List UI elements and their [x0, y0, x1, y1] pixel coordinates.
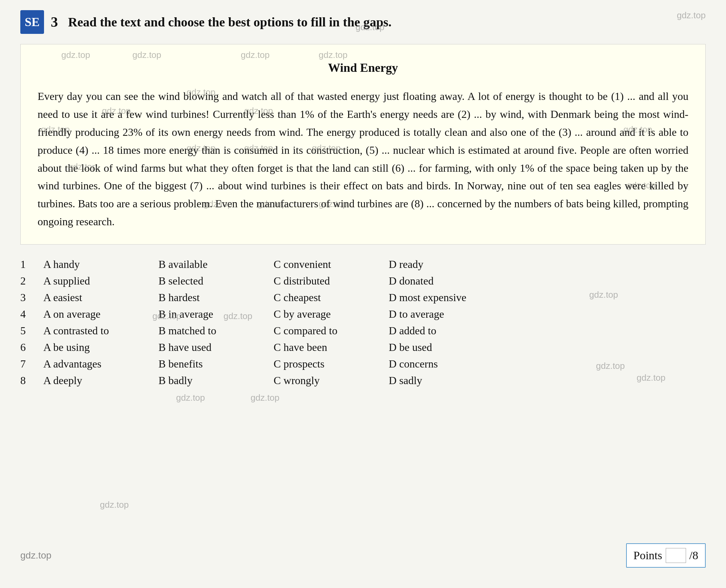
answer-num-5: 5	[20, 324, 41, 337]
answer-row-6: 6 A be using B have used C have been D b…	[20, 341, 706, 354]
answer-row-5: 5 A contrasted to B matched to C compare…	[20, 324, 706, 337]
answer-num-3: 3	[20, 291, 41, 304]
task-instruction: Read the text and choose the best option…	[68, 15, 391, 29]
answer-num-2: 2	[20, 275, 41, 287]
answer-6d: D be used	[386, 341, 508, 354]
wm-bot1: gdz.top	[176, 393, 205, 403]
text-title: Wind Energy	[38, 58, 688, 78]
answer-6c: C have been	[271, 341, 386, 354]
answer-8c: C wrongly	[271, 374, 386, 387]
text-box: gdz.top gdz.top gdz.top gdz.top gdz.top …	[20, 44, 706, 245]
answer-num-6: 6	[20, 341, 41, 354]
answer-2c: C distributed	[271, 275, 386, 287]
answer-row-3: 3 A easiest B hardest C cheapest D most …	[20, 291, 706, 304]
answer-row-2: 2 A supplied B selected C distributed D …	[20, 275, 706, 287]
points-label: Points	[634, 549, 662, 562]
points-denominator: /8	[689, 549, 698, 562]
answers-section: gdz.top gdz.top gdz.top 1 A handy B avai…	[0, 255, 726, 415]
points-box: Points /8	[626, 543, 706, 568]
answer-2d: D donated	[386, 275, 508, 287]
answer-num-7: 7	[20, 358, 41, 370]
text-body: Every day you can see the wind blowing a…	[38, 87, 688, 230]
answer-5a: A contrasted to	[41, 324, 156, 337]
answer-3c: C cheapest	[271, 291, 386, 304]
task-number: 3	[51, 14, 58, 30]
answer-2a: A supplied	[41, 275, 156, 287]
answer-5c: C compared to	[271, 324, 386, 337]
se-badge: SE	[20, 10, 44, 34]
points-input-box	[666, 548, 686, 563]
answer-7c: C prospects	[271, 358, 386, 370]
gdz-bottom-left: gdz.top	[20, 550, 51, 561]
answer-3b: B hardest	[156, 291, 271, 304]
answer-6b: B have used	[156, 341, 271, 354]
page: gdz.top SE 3 Read the text and choose th…	[0, 0, 726, 588]
answer-6a: A be using	[41, 341, 156, 354]
answer-num-8: 8	[20, 374, 41, 387]
answer-num-1: 1	[20, 258, 41, 271]
wm-r8a: gdz.top	[100, 500, 129, 510]
answer-7d: D concerns	[386, 358, 508, 370]
answer-5b: B matched to	[156, 324, 271, 337]
answer-5d: D added to	[386, 324, 508, 337]
answer-8b: B badly	[156, 374, 271, 387]
answer-1a: A handy	[41, 258, 156, 271]
answer-1d: D ready	[386, 258, 508, 271]
answer-4d: D to average	[386, 308, 508, 320]
answer-1c: C convenient	[271, 258, 386, 271]
answer-1b: B available	[156, 258, 271, 271]
answer-row-1: 1 A handy B available C convenient D rea…	[20, 258, 706, 271]
answer-8a: A deeply	[41, 374, 156, 387]
answer-4c: C by average	[271, 308, 386, 320]
answer-2b: B selected	[156, 275, 271, 287]
answer-num-4: 4	[20, 308, 41, 320]
header: SE 3 Read the text and choose the best o…	[0, 0, 726, 41]
answer-8d: D sadly	[386, 374, 508, 387]
answer-7a: A advantages	[41, 358, 156, 370]
answer-7b: B benefits	[156, 358, 271, 370]
answer-3d: D most expensive	[386, 291, 508, 304]
answer-4a: A on average	[41, 308, 156, 320]
answer-row-4: 4 A on average B in average C by average…	[20, 308, 706, 320]
answer-row-8: 8 A deeply B badly C wrongly D sadly	[20, 374, 706, 387]
answer-row-7: 7 A advantages B benefits C prospects D …	[20, 358, 706, 370]
answer-3a: A easiest	[41, 291, 156, 304]
wm-bot2: gdz.top	[251, 393, 279, 403]
answer-4b: B in average	[156, 308, 271, 320]
